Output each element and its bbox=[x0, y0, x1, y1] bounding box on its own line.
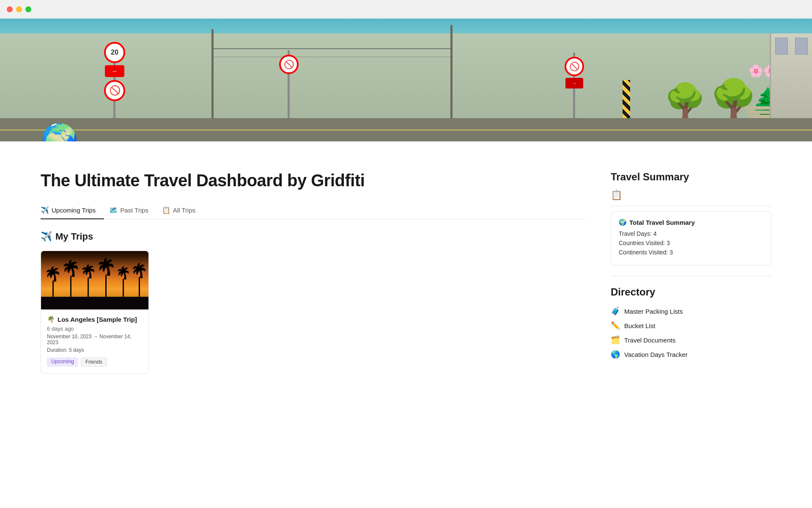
upcoming-tab-label: Upcoming Trips bbox=[52, 207, 96, 214]
close-button[interactable] bbox=[7, 6, 13, 12]
sign-pole-1: 20 ↔ 🚫 bbox=[113, 42, 115, 118]
past-tab-icon: 🗺️ bbox=[109, 206, 118, 214]
hero-banner: 🌳 🌳 🌲 🌸🌸 20 ↔ 🚫 🚫 🚫 → bbox=[0, 19, 812, 141]
steps bbox=[744, 106, 770, 118]
window-chrome bbox=[0, 0, 812, 19]
summary-icon: 📋 bbox=[611, 190, 622, 200]
summary-divider bbox=[611, 206, 771, 206]
trip-arrow: → bbox=[93, 334, 99, 340]
my-trips-heading: ✈️ My Trips bbox=[41, 231, 585, 242]
summary-card-title: 🌍 Total Travel Summary bbox=[619, 218, 763, 226]
no-sign-3: 🚫 bbox=[565, 57, 584, 76]
utility-pole-2 bbox=[211, 29, 214, 118]
documents-label: Travel Documents bbox=[624, 337, 675, 344]
tab-upcoming[interactable]: ✈️ Upcoming Trips bbox=[41, 202, 104, 219]
summary-card-title-text: Total Travel Summary bbox=[629, 219, 695, 226]
summary-card: 🌍 Total Travel Summary Travel Days: 4 Co… bbox=[611, 211, 771, 265]
no-sign-2: 🚫 bbox=[279, 55, 299, 74]
road-line bbox=[0, 129, 812, 130]
utility-pole bbox=[450, 25, 453, 118]
tag-upcoming[interactable]: Upcoming bbox=[47, 357, 78, 367]
trip-time-ago: 6 days ago bbox=[47, 326, 143, 332]
left-panel: The Ultimate Travel Dashboard by Gridfit… bbox=[41, 171, 585, 374]
stat-travel-days: Travel Days: 4 bbox=[619, 230, 763, 237]
tag-friends[interactable]: Friends bbox=[81, 357, 107, 367]
vacation-icon: 🌎 bbox=[611, 350, 620, 359]
page-title: The Ultimate Travel Dashboard by Gridfit… bbox=[41, 171, 585, 190]
skyline-base bbox=[41, 297, 148, 309]
tab-past[interactable]: 🗺️ Past Trips bbox=[109, 202, 157, 219]
page-icon: 🌍 bbox=[41, 124, 79, 141]
wire-1 bbox=[214, 48, 453, 49]
arrow-sign-right: → bbox=[565, 78, 583, 88]
my-trips-label: My Trips bbox=[55, 231, 93, 242]
trip-name-icon: 🌴 bbox=[47, 315, 55, 323]
street-scene: 🌳 🌳 🌲 🌸🌸 20 ↔ 🚫 🚫 🚫 → bbox=[0, 19, 812, 141]
documents-icon: 🗂️ bbox=[611, 335, 620, 345]
stat-countries: Countries Visited: 3 bbox=[619, 240, 763, 246]
packing-icon: 🧳 bbox=[611, 306, 620, 316]
trip-duration: Duration: 5 days bbox=[47, 347, 143, 353]
no-entry-sign: 🚫 bbox=[104, 80, 125, 101]
speed-sign: 20 bbox=[104, 42, 125, 63]
summary-card-icon: 🌍 bbox=[619, 218, 627, 226]
directory-packing[interactable]: 🧳 Master Packing Lists bbox=[611, 304, 771, 318]
summary-icon-row: 📋 bbox=[611, 190, 771, 201]
vacation-label: Vacation Days Tracker bbox=[624, 351, 688, 358]
window-bldg bbox=[775, 38, 788, 55]
tab-all[interactable]: 📋 All Trips bbox=[162, 202, 204, 219]
window-bldg2 bbox=[795, 38, 808, 55]
trip-dates: November 10, 2023 → November 14, 2023 bbox=[47, 334, 143, 345]
directory-vacation-days[interactable]: 🌎 Vacation Days Tracker bbox=[611, 347, 771, 362]
trips-grid: 🌴 🌴 🌴 🌴 bbox=[41, 251, 585, 374]
road bbox=[0, 118, 812, 141]
tree-right: 🌳 bbox=[664, 84, 706, 118]
trip-date-start: November 10, 2023 bbox=[47, 334, 91, 340]
trip-card-image: 🌴 🌴 🌴 🌴 bbox=[41, 251, 148, 309]
sign-pole-2: 🚫 bbox=[288, 50, 290, 118]
upcoming-tab-icon: ✈️ bbox=[41, 206, 49, 214]
directory-documents[interactable]: 🗂️ Travel Documents bbox=[611, 333, 771, 347]
main-content: The Ultimate Travel Dashboard by Gridfit… bbox=[0, 171, 812, 374]
trip-card-body: 🌴 Los Angeles [Sample Trip] 6 days ago N… bbox=[41, 309, 148, 373]
tabs: ✈️ Upcoming Trips 🗺️ Past Trips 📋 All Tr… bbox=[41, 202, 585, 219]
my-trips-icon: ✈️ bbox=[41, 231, 52, 242]
past-tab-label: Past Trips bbox=[120, 207, 148, 214]
building-right bbox=[770, 33, 812, 118]
travel-summary-title: Travel Summary bbox=[611, 171, 771, 183]
trip-name: 🌴 Los Angeles [Sample Trip] bbox=[47, 315, 143, 323]
bucket-label: Bucket List bbox=[624, 322, 655, 329]
right-panel-divider bbox=[611, 276, 771, 276]
trip-card-la[interactable]: 🌴 🌴 🌴 🌴 bbox=[41, 251, 149, 374]
maximize-button[interactable] bbox=[25, 6, 31, 12]
minimize-button[interactable] bbox=[16, 6, 22, 12]
barrier bbox=[623, 80, 630, 118]
sign-pole-3: 🚫 → bbox=[573, 52, 575, 118]
all-tab-icon: 📋 bbox=[162, 206, 170, 214]
directory-bucket[interactable]: ✏️ Bucket List bbox=[611, 318, 771, 333]
arrow-sign: ↔ bbox=[105, 65, 124, 77]
all-tab-label: All Trips bbox=[173, 207, 195, 214]
wire-2 bbox=[214, 57, 453, 57]
packing-label: Master Packing Lists bbox=[624, 308, 683, 315]
right-panel: Travel Summary 📋 🌍 Total Travel Summary … bbox=[611, 171, 771, 374]
trip-name-text: Los Angeles [Sample Trip] bbox=[58, 316, 137, 323]
bucket-icon: ✏️ bbox=[611, 321, 620, 330]
directory-title: Directory bbox=[611, 286, 771, 298]
trip-tags: Upcoming Friends bbox=[47, 357, 143, 367]
stat-continents: Continents Visited: 3 bbox=[619, 249, 763, 256]
